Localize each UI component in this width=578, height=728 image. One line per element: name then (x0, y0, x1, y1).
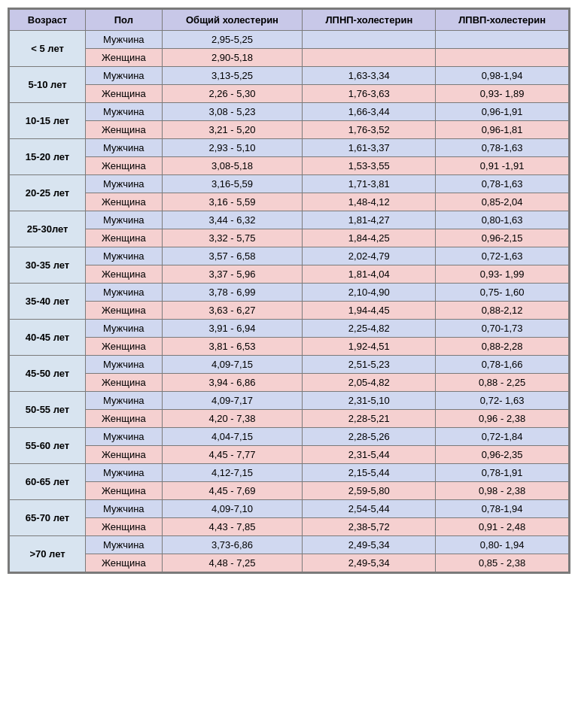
gender-cell: Женщина (86, 374, 162, 392)
gender-cell: Мужчина (86, 284, 162, 302)
total-cholesterol-cell: 4,45 - 7,77 (162, 446, 303, 464)
col-total: Общий холестерин (162, 10, 303, 31)
hdl-cell: 0,78-1,63 (436, 175, 569, 193)
hdl-cell: 0,96 - 2,38 (436, 410, 569, 428)
col-hdl: ЛПВП-холестерин (436, 10, 569, 31)
gender-cell: Мужчина (86, 464, 162, 482)
col-ldl: ЛПНП-холестерин (303, 10, 436, 31)
table-row: Женщина3,32 - 5,751,84-4,250,96-2,15 (10, 229, 569, 247)
hdl-cell: 0,75- 1,60 (436, 284, 569, 302)
col-age: Возраст (10, 10, 86, 31)
table-row: Женщина3,16 - 5,591,48-4,120,85-2,04 (10, 193, 569, 211)
ldl-cell: 1,81-4,04 (303, 265, 436, 284)
hdl-cell: 0,93- 1,89 (436, 85, 569, 103)
hdl-cell: 0,88-2,12 (436, 302, 569, 320)
ldl-cell: 2,05-4,82 (303, 374, 436, 392)
age-cell: 55-60 лет (10, 428, 86, 464)
total-cholesterol-cell: 3,21 - 5,20 (162, 121, 303, 139)
table-row: Женщина3,63 - 6,271,94-4,450,88-2,12 (10, 302, 569, 320)
ldl-cell: 1,94-4,45 (303, 302, 436, 320)
total-cholesterol-cell: 3,16-5,59 (162, 175, 303, 193)
gender-cell: Женщина (86, 121, 162, 139)
header-row: Возраст Пол Общий холестерин ЛПНП-холест… (10, 10, 569, 31)
age-cell: 50-55 лет (10, 392, 86, 428)
total-cholesterol-cell: 4,45 - 7,69 (162, 482, 303, 500)
age-cell: 10-15 лет (10, 103, 86, 139)
age-cell: 25-30лет (10, 211, 86, 247)
hdl-cell: 0,88 - 2,25 (436, 374, 569, 392)
table-row: 20-25 летМужчина3,16-5,591,71-3,810,78-1… (10, 175, 569, 193)
hdl-cell: 0,85-2,04 (436, 193, 569, 211)
gender-cell: Мужчина (86, 247, 162, 265)
table-row: 45-50 летМужчина4,09-7,152,51-5,230,78-1… (10, 356, 569, 374)
table-row: Женщина3,81 - 6,531,92-4,510,88-2,28 (10, 338, 569, 356)
gender-cell: Мужчина (86, 356, 162, 374)
age-cell: 30-35 лет (10, 247, 86, 284)
ldl-cell: 2,31-5,10 (303, 392, 436, 410)
total-cholesterol-cell: 3,63 - 6,27 (162, 302, 303, 320)
total-cholesterol-cell: 3,73-6,86 (162, 536, 303, 554)
table-row: 40-45 летМужчина3,91 - 6,942,25-4,820,70… (10, 320, 569, 338)
ldl-cell: 2,15-5,44 (303, 464, 436, 482)
hdl-cell: 0,78-1,63 (436, 139, 569, 157)
hdl-cell: 0,96-1,81 (436, 121, 569, 139)
hdl-cell: 0,80-1,63 (436, 211, 569, 229)
hdl-cell: 0,96-1,91 (436, 103, 569, 121)
age-cell: 65-70 лет (10, 500, 86, 536)
total-cholesterol-cell: 2,26 - 5,30 (162, 85, 303, 103)
gender-cell: Женщина (86, 229, 162, 247)
age-cell: 45-50 лет (10, 356, 86, 392)
hdl-cell: 0,98 - 2,38 (436, 482, 569, 500)
hdl-cell: 0,78-1,94 (436, 500, 569, 518)
table-row: 35-40 летМужчина3,78 - 6,992,10-4,900,75… (10, 284, 569, 302)
total-cholesterol-cell: 3,16 - 5,59 (162, 193, 303, 211)
hdl-cell: 0,78-1,91 (436, 464, 569, 482)
table-row: < 5 летМужчина2,95-5,25 (10, 31, 569, 49)
ldl-cell: 2,28-5,21 (303, 410, 436, 428)
gender-cell: Женщина (86, 85, 162, 103)
total-cholesterol-cell: 2,95-5,25 (162, 31, 303, 49)
ldl-cell: 1,84-4,25 (303, 229, 436, 247)
col-gender: Пол (86, 10, 162, 31)
ldl-cell: 1,66-3,44 (303, 103, 436, 121)
age-cell: 20-25 лет (10, 175, 86, 211)
gender-cell: Женщина (86, 265, 162, 284)
gender-cell: Женщина (86, 446, 162, 464)
ldl-cell: 2,49-5,34 (303, 554, 436, 572)
hdl-cell: 0,72-1,63 (436, 247, 569, 265)
ldl-cell (303, 31, 436, 49)
gender-cell: Женщина (86, 302, 162, 320)
gender-cell: Мужчина (86, 428, 162, 446)
gender-cell: Мужчина (86, 103, 162, 121)
table-row: Женщина4,45 - 7,772,31-5,440,96-2,35 (10, 446, 569, 464)
hdl-cell: 0,88-2,28 (436, 338, 569, 356)
table-row: 30-35 летМужчина3,57 - 6,582,02-4,790,72… (10, 247, 569, 265)
hdl-cell: 0,93- 1,99 (436, 265, 569, 284)
gender-cell: Мужчина (86, 67, 162, 85)
total-cholesterol-cell: 4,04-7,15 (162, 428, 303, 446)
gender-cell: Женщина (86, 157, 162, 175)
table-row: Женщина3,37 - 5,961,81-4,040,93- 1,99 (10, 265, 569, 284)
table-row: 5-10 летМужчина3,13-5,251,63-3,340,98-1,… (10, 67, 569, 85)
total-cholesterol-cell: 3,08 - 5,23 (162, 103, 303, 121)
gender-cell: Женщина (86, 482, 162, 500)
hdl-cell: 0,72-1,84 (436, 428, 569, 446)
total-cholesterol-cell: 3,08-5,18 (162, 157, 303, 175)
hdl-cell: 0,70-1,73 (436, 320, 569, 338)
gender-cell: Женщина (86, 554, 162, 572)
table-row: Женщина3,94 - 6,862,05-4,820,88 - 2,25 (10, 374, 569, 392)
total-cholesterol-cell: 3,57 - 6,58 (162, 247, 303, 265)
gender-cell: Женщина (86, 410, 162, 428)
table-row: >70 летМужчина3,73-6,862,49-5,340,80- 1,… (10, 536, 569, 554)
hdl-cell (436, 49, 569, 67)
table-row: Женщина3,08-5,181,53-3,550,91 -1,91 (10, 157, 569, 175)
age-cell: 15-20 лет (10, 139, 86, 175)
hdl-cell: 0,91 - 2,48 (436, 518, 569, 536)
ldl-cell: 1,76-3,52 (303, 121, 436, 139)
total-cholesterol-cell: 2,93 - 5,10 (162, 139, 303, 157)
table-row: Женщина2,90-5,18 (10, 49, 569, 67)
ldl-cell: 1,53-3,55 (303, 157, 436, 175)
ldl-cell: 1,76-3,63 (303, 85, 436, 103)
gender-cell: Женщина (86, 49, 162, 67)
gender-cell: Мужчина (86, 211, 162, 229)
